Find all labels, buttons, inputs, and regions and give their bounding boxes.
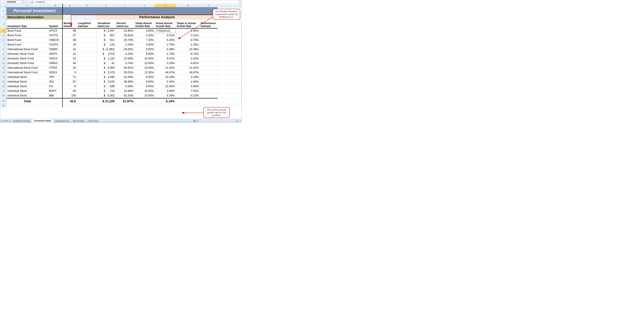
cell-perf-indicator[interactable] bbox=[200, 38, 218, 42]
col-header-Q[interactable]: Q bbox=[63, 4, 77, 7]
scroll-track[interactable] bbox=[199, 120, 236, 122]
cell-long-short[interactable] bbox=[77, 33, 97, 38]
cell-percent-gl[interactable]: -18.82% bbox=[116, 47, 134, 52]
col-header-S[interactable]: S bbox=[97, 4, 116, 7]
tab-nav-first-icon[interactable]: ⏮ bbox=[1, 120, 3, 122]
cell-blank[interactable] bbox=[218, 80, 242, 84]
cell-target-rate[interactable]: 3.20% bbox=[134, 33, 155, 38]
cell-months-owned[interactable]: 48 bbox=[63, 38, 77, 42]
cell-long-short[interactable] bbox=[77, 47, 97, 52]
row-header-5[interactable]: 5 bbox=[0, 33, 6, 38]
cell-percent-gl[interactable]: 10.82% bbox=[116, 33, 134, 38]
total-V[interactable]: 6.19% bbox=[155, 98, 176, 104]
cell-percent-gl[interactable]: 35.01% bbox=[116, 70, 134, 75]
cell-months-owned[interactable]: 87 bbox=[63, 80, 77, 84]
cell-unrealized[interactable]: $ (373) bbox=[97, 52, 116, 56]
sheet-tab[interactable]: Investment List bbox=[53, 119, 71, 122]
title-extend[interactable] bbox=[63, 7, 218, 14]
cell-percent-gl[interactable]: 23.85% bbox=[116, 28, 134, 33]
cell-target-rate[interactable]: 10.00% bbox=[134, 93, 155, 98]
total-Q[interactable]: 42.6 bbox=[63, 98, 77, 104]
cell-actual-rate[interactable]: 10.18% bbox=[155, 75, 176, 79]
cell-percent-gl[interactable]: 50.81% bbox=[116, 66, 134, 70]
row-header-6[interactable]: 6 bbox=[0, 38, 6, 42]
cell-target-rate[interactable]: 8.00% bbox=[134, 80, 155, 84]
col-header-X[interactable]: X bbox=[200, 4, 218, 7]
cell-S20[interactable] bbox=[97, 104, 116, 107]
row-header-4[interactable]: 4 bbox=[0, 28, 6, 33]
cell-unrealized[interactable]: $ 41 bbox=[97, 61, 116, 66]
hdr-perf-indicator[interactable]: Performance Indicator bbox=[200, 20, 218, 28]
cell-R20[interactable] bbox=[77, 104, 97, 107]
mid-header[interactable] bbox=[63, 14, 97, 20]
cell-actual-rate[interactable]: 0.19% bbox=[155, 61, 176, 66]
cell-tva-rate[interactable]: 34.67% bbox=[176, 70, 200, 75]
cell-months-owned[interactable]: 9 bbox=[63, 70, 77, 75]
cell-percent-gl[interactable]: 25.79% bbox=[116, 38, 134, 42]
cell-months-owned[interactable]: 72 bbox=[63, 75, 77, 79]
hdr-long-short[interactable]: Long/Short Indicator bbox=[77, 20, 97, 28]
cell-percent-gl[interactable]: 2.29% bbox=[116, 42, 134, 47]
cell-perf-indicator[interactable] bbox=[200, 70, 218, 75]
cell-symbol[interactable]: JNJ bbox=[48, 80, 63, 84]
cell-long-short[interactable] bbox=[77, 84, 97, 88]
cell-blank[interactable] bbox=[218, 98, 242, 104]
cancel-icon[interactable]: ✕ bbox=[26, 1, 27, 3]
cell-investment-type[interactable]: Bond Fund bbox=[6, 33, 48, 38]
cell-symbol[interactable]: VISGX bbox=[48, 56, 63, 61]
horizontal-scrollbar[interactable]: ◀ ▶ ⠿ bbox=[195, 119, 242, 122]
cell-months-owned[interactable]: 46 bbox=[63, 61, 77, 66]
worksheet-grid[interactable]: 1 Personal Investment 2 Descriptive Info… bbox=[0, 7, 242, 107]
cell-actual-rate[interactable]: 2.49% bbox=[155, 89, 176, 93]
col-header-U[interactable]: U bbox=[134, 4, 155, 7]
cell-investment-type[interactable]: International Stock Fund bbox=[6, 70, 48, 75]
cell-U20[interactable] bbox=[134, 104, 155, 107]
cell-actual-rate[interactable]: 6.34% bbox=[155, 80, 176, 84]
cell-unrealized[interactable]: $ 3,676 bbox=[97, 80, 116, 84]
hdr-unrealized[interactable]: Unrealized Gain/Loss bbox=[97, 20, 116, 28]
cell-symbol[interactable]: VTRIX bbox=[48, 66, 63, 70]
cell-percent-gl[interactable]: -3.20% bbox=[116, 52, 134, 56]
col-header-R[interactable]: R bbox=[77, 4, 97, 7]
hdr-percent-gl[interactable]: Percent Gain/Loss bbox=[116, 20, 134, 28]
cell-long-short[interactable] bbox=[77, 93, 97, 98]
total-U[interactable] bbox=[134, 98, 155, 104]
cell-actual-rate[interactable]: 3.51% bbox=[155, 33, 176, 38]
cell-V20[interactable] bbox=[155, 104, 176, 107]
col-header-B[interactable]: B bbox=[48, 4, 63, 7]
cell-percent-gl[interactable]: 0.74% bbox=[116, 61, 134, 66]
cell-long-short[interactable] bbox=[77, 75, 97, 79]
row-header-14[interactable]: 14 bbox=[0, 75, 6, 79]
cell-long-short[interactable] bbox=[77, 56, 97, 61]
select-all-corner[interactable] bbox=[0, 4, 7, 7]
hdr-investment-type[interactable]: Investment Type bbox=[6, 20, 48, 28]
cell-months-owned[interactable]: 100 bbox=[63, 93, 77, 98]
cell-symbol[interactable]: VFSTX bbox=[48, 33, 63, 38]
cell-long-short[interactable] bbox=[77, 38, 97, 42]
cell-target-rate[interactable]: 4.00% bbox=[134, 42, 155, 47]
cell-percent-gl[interactable]: 6.28% bbox=[116, 84, 134, 88]
cell-blank[interactable] bbox=[218, 28, 242, 33]
cell-investment-type[interactable]: Bond Fund bbox=[6, 28, 48, 33]
cell-months-owned[interactable]: 37 bbox=[63, 33, 77, 38]
cell-months-owned[interactable]: 48 bbox=[63, 28, 77, 33]
cell-symbol[interactable]: VDMIX bbox=[48, 47, 63, 52]
cell-T20[interactable] bbox=[116, 104, 134, 107]
sheet-tab[interactable]: Price Data bbox=[86, 119, 100, 122]
scroll-left-icon[interactable]: ◀ bbox=[196, 120, 198, 122]
col-header-A[interactable]: A bbox=[7, 4, 48, 7]
name-box-dropdown-icon[interactable] bbox=[22, 2, 23, 2]
cell-symbol[interactable]: VWEHX bbox=[48, 38, 63, 42]
cell-target-rate[interactable]: 8.00% bbox=[134, 84, 155, 88]
cell-tva-rate[interactable]: 11.02% bbox=[176, 66, 200, 70]
total-B[interactable] bbox=[48, 98, 63, 104]
cell-unrealized[interactable]: $ 5,362 bbox=[97, 93, 116, 98]
name-box[interactable]: AVERAGE bbox=[6, 0, 24, 4]
row-header-10[interactable]: 10 bbox=[0, 56, 6, 61]
cell-B20[interactable] bbox=[48, 104, 63, 107]
cell-long-short[interactable] bbox=[77, 28, 97, 33]
cell-long-short[interactable] bbox=[77, 70, 97, 75]
row-header-8[interactable]: 8 bbox=[0, 47, 6, 52]
cell-W20[interactable] bbox=[176, 104, 200, 107]
cell-unrealized[interactable]: $ 588 bbox=[97, 84, 116, 88]
